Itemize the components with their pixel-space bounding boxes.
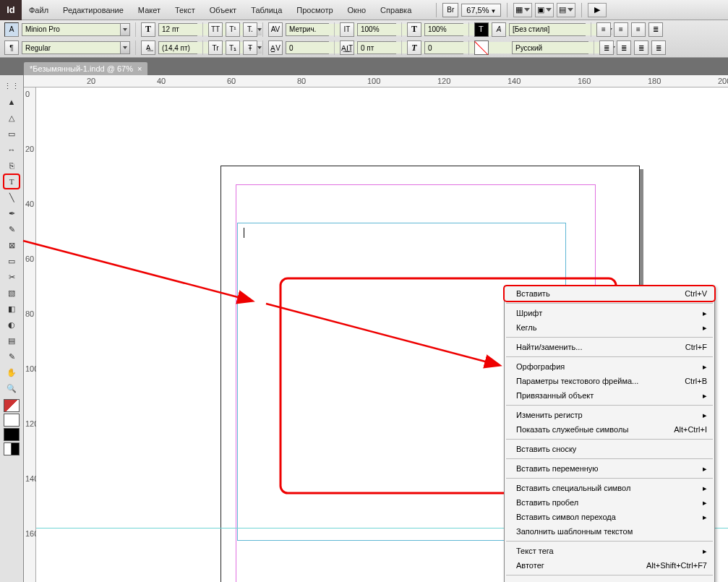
ctx-вставить-специальный-символ[interactable]: Вставить специальный символ▸: [505, 481, 714, 495]
tool-direct-selection[interactable]: △: [3, 110, 20, 126]
justify-button[interactable]: ≣: [648, 22, 663, 37]
baseline-shift-field[interactable]: [357, 41, 396, 54]
stroke-swatch[interactable]: [474, 40, 489, 55]
kerning-icon: AV: [268, 22, 283, 37]
text-cursor: [244, 228, 244, 238]
paragraph-mode-button[interactable]: ¶: [4, 40, 19, 55]
language-field[interactable]: [512, 41, 588, 54]
font-family-field[interactable]: [22, 23, 130, 36]
ctx-автотег[interactable]: АвтотегAlt+Shift+Ctrl+F7: [505, 558, 714, 573]
menubar-right: Br 67,5%▼ ▦ ▣ ▤ ▶: [433, 3, 607, 17]
ctx-вставить-символ-перехода[interactable]: Вставить символ перехода▸: [505, 510, 714, 524]
menu-окно[interactable]: Окно: [341, 0, 374, 20]
tool-scissors[interactable]: ✂: [3, 269, 20, 285]
fill-stroke-swap[interactable]: [4, 399, 20, 412]
tool-rectangle[interactable]: ▭: [3, 253, 20, 269]
menu-текст[interactable]: Текст: [168, 0, 202, 20]
ctx-орфография[interactable]: Орфография▸: [505, 359, 714, 374]
ctx-заполнить-шаблонным-текстом[interactable]: Заполнить шаблонным текстом: [505, 524, 714, 539]
ctx-вставить-переменную[interactable]: Вставить переменную▸: [505, 461, 714, 476]
tool-gradient-swatch[interactable]: ◧: [3, 301, 20, 317]
panel-toggle-button[interactable]: ▶: [588, 3, 607, 17]
ctx-изменить-регистр[interactable]: Изменить регистр▸: [505, 408, 714, 422]
tool-gap[interactable]: ↔: [3, 142, 20, 158]
character-style-field[interactable]: [509, 23, 586, 36]
ctx-показать-служебные-символы[interactable]: Показать служебные символыAlt+Ctrl+I: [505, 422, 714, 437]
tool-gradient-feather[interactable]: ◐: [3, 317, 20, 333]
tool-hand[interactable]: ✋: [3, 364, 20, 380]
tool-content-collector[interactable]: ⎘: [3, 158, 20, 174]
kerning-field[interactable]: [286, 23, 329, 36]
fill-swatch[interactable]: T: [474, 22, 489, 37]
arrange-button[interactable]: ▤: [557, 3, 575, 17]
ctx-параметры-текстового-фрейма-[interactable]: Параметры текстового фрейма...Ctrl+B: [505, 374, 714, 388]
document-tab-bar: *Безымянный-1.indd @ 67% ×: [0, 58, 728, 75]
strikethrough-button[interactable]: Ŧ: [243, 40, 257, 55]
apply-color[interactable]: [4, 428, 20, 441]
menu-объект[interactable]: Объект: [202, 0, 244, 20]
vertical-ruler[interactable]: 020406080100120140160180: [24, 87, 36, 582]
subscript-button[interactable]: T₁: [226, 40, 240, 55]
superscript-button[interactable]: T¹: [226, 22, 240, 37]
screen-mode-button[interactable]: ▣: [535, 3, 554, 17]
sentence-case-button[interactable]: Tr: [208, 40, 223, 55]
align-center-button[interactable]: ≡: [614, 22, 628, 37]
menu-редактирование[interactable]: Редактирование: [56, 0, 131, 20]
tool-pencil[interactable]: ✎: [3, 221, 20, 237]
default-fill-stroke[interactable]: [4, 414, 20, 427]
menu-макет[interactable]: Макет: [131, 0, 168, 20]
bridge-button[interactable]: Br: [442, 3, 458, 17]
font-style-field[interactable]: [22, 41, 130, 54]
justify-all-button[interactable]: ≣: [651, 40, 666, 55]
vertical-scale-icon: IT: [340, 22, 354, 37]
menu-просмотр[interactable]: Просмотр: [289, 0, 340, 20]
vertical-scale-field[interactable]: [357, 23, 396, 36]
tool-rectangle-frame[interactable]: ⊠: [3, 237, 20, 253]
justify-right-button[interactable]: ≣: [634, 40, 648, 55]
justify-center-button[interactable]: ≣: [617, 40, 631, 55]
char-style-icon: A: [492, 22, 506, 37]
ctx-найти-заменить-[interactable]: Найти/заменить...Ctrl+F: [505, 340, 714, 354]
small-caps-button[interactable]: T.: [243, 22, 257, 37]
tool-page[interactable]: ▭: [3, 126, 20, 142]
tool-free-transform[interactable]: ▧: [3, 285, 20, 301]
tool-selection[interactable]: ▲: [3, 94, 20, 110]
justify-left-button[interactable]: ≣: [599, 40, 614, 55]
document-tab[interactable]: *Безымянный-1.indd @ 67% ×: [24, 62, 147, 75]
ctx-шрифт[interactable]: Шрифт▸: [505, 306, 714, 320]
zoom-level[interactable]: 67,5%▼: [461, 4, 501, 17]
tracking-field[interactable]: [286, 41, 329, 54]
context-menu: ВставитьCtrl+VШрифт▸Кегль▸Найти/заменить…: [504, 286, 715, 582]
font-size-field[interactable]: [158, 23, 197, 36]
horizontal-scale-field[interactable]: [424, 23, 463, 36]
align-left-button[interactable]: ≡: [596, 22, 611, 37]
leading-field[interactable]: [158, 41, 197, 54]
ctx-вставить-сноску[interactable]: Вставить сноску: [505, 442, 714, 456]
view-options-button[interactable]: ▦: [513, 3, 532, 17]
skew-field[interactable]: [424, 41, 463, 54]
tool-zoom[interactable]: 🔍: [3, 380, 20, 396]
ctx-привязанный-объект[interactable]: Привязанный объект▸: [505, 388, 714, 403]
baseline-shift-icon: A͟I͟T: [340, 40, 354, 55]
align-right-button[interactable]: ≡: [631, 22, 646, 37]
ctx-вставить[interactable]: ВставитьCtrl+V: [505, 286, 714, 301]
horizontal-ruler[interactable]: 020406080100120140160180200: [24, 75, 728, 87]
menu-таблица[interactable]: Таблица: [244, 0, 289, 20]
tool-eyedropper[interactable]: ✎: [3, 348, 20, 364]
font-size-icon: T: [141, 22, 155, 37]
ctx-вставить-пробел[interactable]: Вставить пробел▸: [505, 495, 714, 510]
tool-type[interactable]: T: [3, 174, 20, 189]
character-mode-button[interactable]: A: [4, 22, 19, 37]
all-caps-button[interactable]: TT: [208, 22, 223, 37]
tool-line[interactable]: ╲: [3, 189, 20, 205]
tool-pen[interactable]: ✒: [3, 205, 20, 221]
menu-справка[interactable]: Справка: [373, 0, 419, 20]
ctx-интерактивные-элементы[interactable]: Интерактивные элементы▸: [505, 578, 714, 582]
document-tab-title: *Безымянный-1.indd @ 67%: [30, 64, 133, 73]
ctx-текст-тега[interactable]: Текст тега▸: [505, 544, 714, 558]
ctx-кегль[interactable]: Кегль▸: [505, 320, 714, 335]
tool-grip[interactable]: ⋮⋮: [3, 78, 20, 94]
menu-файл[interactable]: Файл: [22, 0, 56, 20]
close-tab-icon[interactable]: ×: [137, 64, 142, 73]
tool-note[interactable]: ▤: [3, 333, 20, 348]
